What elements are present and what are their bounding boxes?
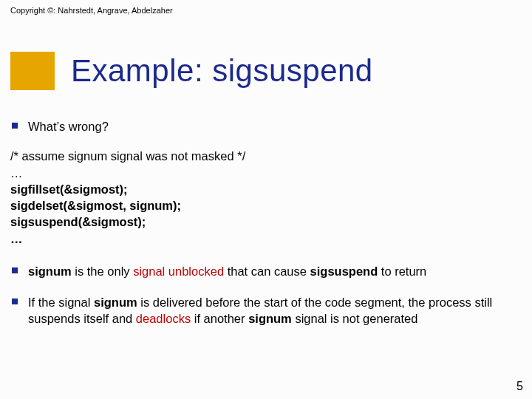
page-number: 5 xyxy=(516,380,523,393)
code-token: sigsuspend xyxy=(310,265,378,278)
highlight-span: deadlocks xyxy=(136,312,191,325)
text-span: if another xyxy=(191,312,248,325)
bullet-1: What’s wrong? xyxy=(10,118,522,134)
bullet-square-icon xyxy=(12,267,18,273)
slide-content: What’s wrong? /* assume signum signal wa… xyxy=(10,118,522,341)
text-span: that can cause xyxy=(224,265,310,278)
bullet-2: signum is the only signal unblocked that… xyxy=(10,263,522,279)
title-row: Example: sigsuspend xyxy=(10,52,373,90)
bullet-square-icon xyxy=(12,299,18,304)
code-line: sigfillset(&sigmost); xyxy=(10,181,522,197)
code-line: sigdelset(&sigmost, signum); xyxy=(10,197,522,214)
text-span: signal is not generated xyxy=(292,312,418,325)
text-span: If the signal xyxy=(28,296,94,309)
code-token: signum xyxy=(248,312,292,325)
code-line: sigsuspend(&sigmost); xyxy=(10,214,522,230)
code-block: /* assume signum signal was not masked *… xyxy=(10,148,522,247)
slide-title: Example: sigsuspend xyxy=(71,53,373,89)
code-line: /* assume signum signal was not masked *… xyxy=(10,148,522,164)
bullet-3: If the signal signum is delivered before… xyxy=(10,294,522,327)
bullet-1-text: What’s wrong? xyxy=(28,118,109,134)
code-token: signum xyxy=(94,296,137,309)
code-line: … xyxy=(10,165,522,181)
code-token: signum xyxy=(28,265,72,278)
bullet-3-text: If the signal signum is delivered before… xyxy=(28,294,522,327)
copyright-text: Copyright ©: Nahrstedt, Angrave, Abdelza… xyxy=(10,6,173,15)
bullet-2-text: signum is the only signal unblocked that… xyxy=(28,263,426,279)
text-span: is the only xyxy=(72,265,133,278)
accent-block xyxy=(10,52,55,90)
text-span: to return xyxy=(378,265,426,278)
highlight-span: signal unblocked xyxy=(133,265,224,278)
code-line: … xyxy=(10,231,522,247)
bullet-square-icon xyxy=(12,123,18,129)
